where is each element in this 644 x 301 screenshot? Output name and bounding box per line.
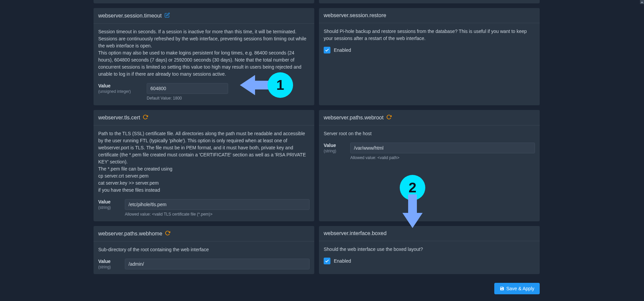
enabled-label[interactable]: Enabled [334, 258, 351, 264]
webroot-input[interactable] [350, 143, 535, 153]
card-body: Path to the TLS (SSL) certificate file. … [94, 125, 314, 221]
form-value: Allowed value: <valid path> [350, 143, 535, 160]
description-text: Sub-directory of the root containing the… [98, 246, 310, 253]
card-interface-boxed: webserver.interface.boxed Should the web… [319, 226, 540, 274]
save-icon [500, 286, 504, 291]
checkbox-row: Enabled [324, 258, 535, 264]
card-header: webserver.paths.webroot [319, 110, 540, 125]
allowed-hint: Allowed value: <valid TLS certificate fi… [125, 212, 310, 217]
description-text: The *.pem file can be created using [98, 165, 310, 173]
tlscert-input[interactable] [125, 199, 310, 210]
card-title: webserver.paths.webroot [324, 115, 384, 121]
sidebar-space [0, 0, 90, 301]
refresh-icon[interactable] [143, 114, 148, 121]
card-paths-webroot: webserver.paths.webroot Server root on t… [319, 110, 540, 221]
form-row: Value (string) [98, 259, 310, 269]
value-label: Value [98, 259, 111, 264]
value-label: Value [98, 83, 111, 88]
value-label: Value [324, 143, 336, 148]
card-tls-cert: webserver.tls.cert Path to the TLS (SSL)… [94, 110, 314, 221]
description-text: Should the web interface use the boxed l… [324, 246, 535, 253]
form-value: Allowed value: <valid TLS certificate fi… [125, 199, 310, 217]
annotation-arrow-2: 2 [400, 175, 425, 228]
description-text: cp server.crt server.pem [98, 173, 310, 180]
card-body: Server root on the host Value (string) A… [319, 125, 540, 165]
card-body: Sub-directory of the root containing the… [94, 241, 314, 274]
description: Session timeout in seconds. If a session… [98, 28, 310, 78]
form-label: Value (string) [98, 199, 120, 210]
description-text: Should Pi-hole backup and restore sessio… [324, 28, 535, 42]
allowed-hint: Allowed value: <valid path> [350, 155, 535, 160]
value-type: (string) [98, 205, 120, 210]
form-row: Value (string) Allowed value: <valid pat… [324, 143, 535, 160]
refresh-icon[interactable] [386, 114, 392, 121]
description-text: if you have these files instead [98, 187, 310, 194]
save-label: Save & Apply [506, 286, 534, 291]
annotation-arrow-1: 1 [240, 72, 293, 98]
card-body: Should Pi-hole backup and restore sessio… [319, 23, 540, 58]
card-partial-top-right [319, 0, 540, 3]
card-header: webserver.interface.boxed [319, 226, 540, 241]
annotation-number: 1 [267, 72, 293, 98]
edit-icon[interactable] [165, 12, 170, 19]
card-body: Should the web interface use the boxed l… [319, 241, 540, 269]
card-header: webserver.session.timeout [94, 8, 314, 24]
main-content: webserver.session.timeout Session timeou… [90, 0, 543, 301]
description: Sub-directory of the root containing the… [98, 246, 310, 253]
description: Path to the TLS (SSL) certificate file. … [98, 130, 310, 194]
description-text: Server root on the host [324, 130, 535, 137]
arrow-icon [400, 194, 425, 228]
form-row: Value (string) Allowed value: <valid TLS… [98, 199, 310, 217]
card-title: webserver.tls.cert [98, 115, 140, 121]
card-header: webserver.session.restore [319, 8, 540, 23]
checkbox-row: Enabled [324, 47, 535, 53]
enabled-checkbox[interactable] [324, 47, 330, 53]
timeout-input[interactable] [147, 83, 228, 94]
form-label: Value (unsigned integer) [98, 83, 142, 94]
save-apply-button[interactable]: Save & Apply [494, 283, 540, 294]
description: Should Pi-hole backup and restore sessio… [324, 28, 535, 42]
card-title: webserver.interface.boxed [324, 230, 387, 236]
card-partial-top-left [94, 0, 314, 3]
svg-marker-1 [402, 194, 423, 228]
refresh-icon[interactable] [165, 230, 170, 237]
value-label: Value [98, 199, 111, 204]
right-space [543, 0, 644, 301]
scroll-up-icon[interactable] [640, 0, 644, 4]
description: Server root on the host [324, 130, 535, 137]
webhome-input[interactable] [125, 259, 310, 269]
description-text: cat server.key >> server.pem [98, 180, 310, 187]
card-session-restore: webserver.session.restore Should Pi-hole… [319, 8, 540, 105]
description: Should the web interface use the boxed l… [324, 246, 535, 253]
value-type: (unsigned integer) [98, 89, 142, 94]
description-text: Session timeout in seconds. If a session… [98, 28, 310, 49]
description-text: Path to the TLS (SSL) certificate file. … [98, 130, 310, 165]
value-type: (string) [324, 149, 346, 153]
card-title: webserver.paths.webhome [98, 231, 162, 237]
enabled-checkbox[interactable] [324, 258, 330, 264]
form-value [125, 259, 310, 269]
form-label: Value (string) [324, 143, 346, 153]
card-header: webserver.tls.cert [94, 110, 314, 125]
value-type: (string) [98, 265, 120, 269]
card-paths-webhome: webserver.paths.webhome Sub-directory of… [94, 226, 314, 274]
card-title: webserver.session.restore [324, 12, 386, 18]
card-header: webserver.paths.webhome [94, 226, 314, 241]
enabled-label[interactable]: Enabled [334, 47, 351, 53]
form-label: Value (string) [98, 259, 120, 269]
card-title: webserver.session.timeout [98, 13, 162, 19]
